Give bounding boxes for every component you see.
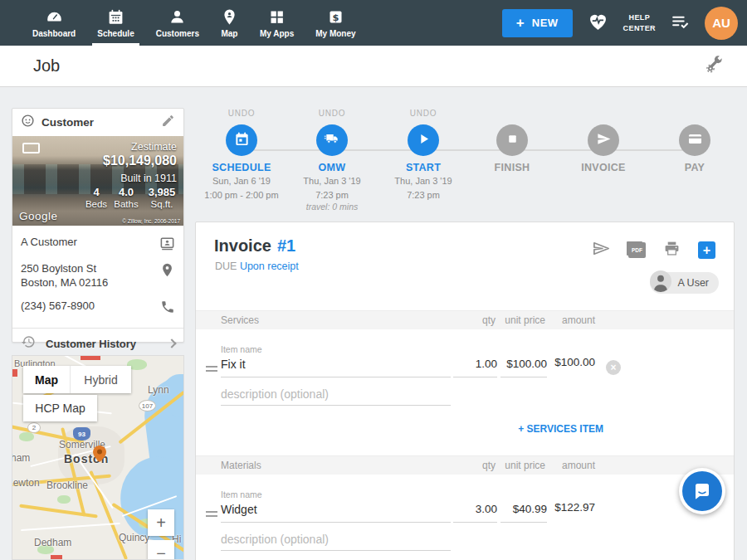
amount-column-header: amount — [562, 314, 595, 326]
help-center-line2: CENTER — [623, 23, 656, 33]
person-icon — [168, 8, 186, 26]
amount-value: $122.97 — [554, 501, 595, 514]
truck-icon — [324, 130, 340, 150]
edit-pencil-icon[interactable] — [161, 114, 175, 131]
map-label-brookline: Brookline — [46, 480, 88, 491]
add-services-item-link[interactable]: + SERVICES ITEM — [196, 423, 734, 435]
step-date: Sun, Jan 6 '19 — [192, 175, 291, 187]
location-pin-icon[interactable] — [159, 262, 175, 281]
property-photo[interactable]: Zestimate $10,149,080 Built in 1911 4 4.… — [12, 136, 183, 226]
invoice-actions: PDF + — [592, 239, 715, 261]
map-label-newton: Newton — [12, 477, 40, 489]
baths-value: 4.0 — [110, 186, 142, 198]
map-label-quincy: Quincy — [119, 532, 149, 543]
assignee-name: A User — [677, 277, 709, 289]
address-line2: Boston, MA 02116 — [21, 276, 108, 290]
drag-handle[interactable] — [206, 511, 217, 517]
map-park — [57, 495, 71, 504]
invoice-card: Invoice #1 DUE Upon receipt PDF + A User… — [195, 222, 735, 560]
help-center-button[interactable]: HELP CENTER — [623, 12, 656, 32]
item-name-field[interactable]: Fix it — [221, 358, 451, 377]
step-label: INVOICE — [554, 162, 653, 173]
hcp-map-button[interactable]: HCP Map — [23, 395, 97, 421]
job-tools-icon[interactable] — [705, 55, 724, 77]
undo-spacer — [645, 109, 745, 119]
zillow-copyright: © Zillow, Inc. 2006-2017 — [122, 218, 180, 224]
dollar-icon: $ — [327, 8, 344, 26]
nav-item-schedule[interactable]: Schedule — [86, 0, 144, 46]
nav-item-my-apps[interactable]: My Apps — [249, 0, 305, 46]
description-field[interactable]: description (optional) — [221, 387, 451, 406]
unit-price-field[interactable]: $100.00 — [500, 358, 547, 377]
qty-field[interactable]: 3.00 — [453, 503, 497, 523]
map-type-hybrid-button[interactable]: Hybrid — [71, 366, 131, 393]
undo-spacer — [554, 109, 653, 119]
omw-step-button[interactable] — [316, 124, 348, 156]
delete-item-button[interactable]: × — [606, 360, 621, 375]
undo-button[interactable]: UNDO — [374, 109, 473, 119]
phone-icon[interactable] — [160, 299, 175, 318]
print-icon[interactable] — [663, 240, 681, 261]
step-time: 7:23 pm — [282, 189, 382, 202]
assignee-pill[interactable]: A User — [650, 272, 719, 294]
map-zoom-in-button[interactable]: + — [148, 509, 174, 536]
map-type-map-button[interactable]: Map — [23, 366, 71, 393]
timeline-step-pay: PAY — [645, 109, 745, 173]
undo-button[interactable]: UNDO — [282, 109, 382, 119]
invoice-number[interactable]: #1 — [277, 236, 295, 256]
nav-item-map[interactable]: Map — [210, 0, 249, 46]
schedule-step-button[interactable] — [226, 124, 257, 156]
section-name: Services — [221, 314, 259, 326]
nav-item-my-money[interactable]: $ My Money — [305, 0, 366, 46]
route-107-shield: 107 — [139, 400, 156, 411]
due-value-link[interactable]: Upon receipt — [240, 261, 299, 272]
chevron-right-icon — [167, 339, 176, 348]
service-line-item: Item name Fix it 1.00 $100.00 $100.00 × … — [196, 329, 734, 419]
due-label: DUE — [215, 261, 237, 272]
google-watermark: Google — [19, 210, 58, 222]
qty-column-header: qty — [482, 314, 496, 326]
heart-pulse-icon[interactable] — [587, 10, 609, 36]
drag-handle[interactable] — [206, 366, 217, 372]
step-label: FINISH — [462, 162, 562, 173]
item-name-label: Item name — [221, 344, 262, 354]
description-field[interactable]: description (optional) — [221, 533, 451, 551]
customer-face-icon — [21, 114, 35, 131]
services-section-header: Services qty unit price amount — [196, 310, 734, 329]
map-transit — [81, 356, 100, 360]
step-label: PAY — [645, 162, 745, 173]
app: { "colors": { "accent_blue": "#1e88e5", … — [0, 0, 747, 560]
calendar-icon — [234, 131, 250, 150]
map-card: 107 2 93 Burlington Lynn Somerville Bost… — [12, 355, 184, 560]
nav-item-customers[interactable]: Customers — [145, 0, 210, 46]
send-invoice-icon[interactable] — [592, 239, 611, 261]
contact-card-icon[interactable] — [159, 236, 175, 255]
pdf-icon[interactable]: PDF — [628, 242, 646, 258]
stop-icon — [505, 132, 520, 149]
finish-step-button[interactable] — [496, 124, 528, 156]
timeline-step-invoice: INVOICE — [554, 109, 653, 173]
nav-item-dashboard[interactable]: Dashboard — [22, 0, 86, 46]
map-zoom-out-button[interactable]: − — [148, 540, 174, 560]
sqft-value: 3,985 — [142, 186, 182, 198]
nav-label: Map — [221, 29, 237, 38]
customer-card: Customer Zestimate $10,149,080 Built in … — [12, 108, 184, 343]
start-step-button[interactable] — [408, 124, 439, 156]
add-invoice-icon[interactable]: + — [698, 241, 715, 259]
undo-button[interactable]: UNDO — [192, 109, 291, 119]
qty-field[interactable]: 1.00 — [453, 358, 497, 377]
activity-feed-icon[interactable] — [670, 11, 691, 35]
pay-step-button[interactable] — [679, 124, 710, 156]
plus-glyph: + — [703, 243, 710, 258]
invoice-title: Invoice — [214, 236, 271, 256]
unit-price-field[interactable]: $40.99 — [500, 503, 547, 523]
invoice-step-button[interactable] — [588, 124, 619, 156]
new-button[interactable]: + NEW — [502, 9, 573, 37]
item-name-field[interactable]: Widget — [221, 503, 451, 523]
material-line-item: Item name Widget 3.00 $40.99 $122.97 des… — [196, 475, 734, 560]
user-avatar[interactable]: AU — [705, 7, 738, 40]
chat-button[interactable] — [679, 468, 725, 514]
step-label: OMW — [282, 162, 382, 173]
assignee-avatar-icon — [650, 270, 671, 295]
built-year: Built in 1911 — [120, 173, 177, 184]
